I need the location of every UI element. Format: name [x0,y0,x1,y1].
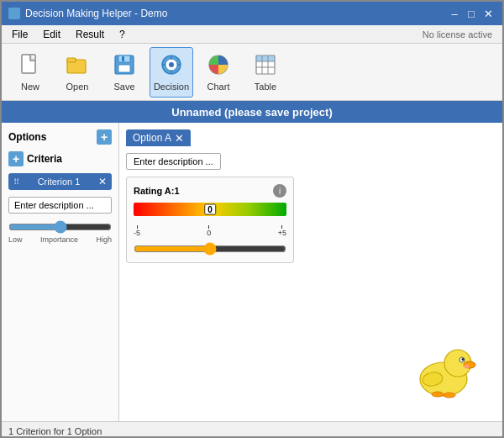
close-button[interactable]: ✕ [480,6,496,21]
status-text: 1 Criterion for 1 Option [8,426,102,436]
toolbar-open-button[interactable]: Open [55,47,99,98]
project-title: Unnamed (please save project) [171,106,332,119]
menu-help[interactable]: ? [113,27,132,42]
toolbar-chart-button[interactable]: Chart [197,47,240,98]
left-panel: Options + + Criteria ⠿ Criterion 1 ✕ Ent… [2,123,119,421]
criterion-description-button[interactable]: Enter description ... [8,197,112,214]
toolbar-open-label: Open [66,82,89,92]
importance-low-label: Low [8,235,23,244]
toolbar-save-button[interactable]: Save [102,47,146,98]
color-bar: 0 [134,203,286,216]
tick-min-label: -5 [134,229,140,237]
drag-handle-icon[interactable]: ⠿ [13,177,19,187]
criteria-header: + Criteria [8,151,112,166]
menu-result[interactable]: Result [69,27,111,42]
importance-center-label: Importance [40,235,78,244]
menu-bar: File Edit Result ? No license active [2,25,502,44]
criterion-card: ⠿ Criterion 1 ✕ [8,173,112,190]
menu-file[interactable]: File [5,27,34,42]
criterion-close-button[interactable]: ✕ [98,177,107,187]
toolbar-new-label: New [21,82,39,92]
toolbar-table-label: Table [255,82,276,92]
svg-rect-2 [67,58,76,62]
mascot-area [402,329,486,404]
toolbar-decision-label: Decision [154,82,189,92]
license-status: No license active [423,29,499,40]
svg-point-28 [432,392,444,397]
add-option-button[interactable]: + [97,129,112,145]
decision-icon [160,53,183,80]
tick-max: +5 [278,225,286,237]
title-bar-controls: – □ ✕ [447,6,496,21]
open-icon [66,53,89,80]
save-icon [113,53,136,80]
mascot-duck-icon [406,333,481,400]
app-icon [8,8,20,19]
svg-point-27 [463,365,470,369]
option-a-tab: Option A ✕ [126,129,191,146]
tick-max-label: +5 [278,229,286,237]
main-content: Options + + Criteria ⠿ Criterion 1 ✕ Ent… [2,123,502,421]
options-header: Options + [8,129,112,145]
app-title: Decision Making Helper - Demo [25,8,167,19]
option-a-close-button[interactable]: ✕ [175,133,184,144]
toolbar: New Open Save [2,44,502,101]
importance-slider[interactable] [8,220,112,234]
svg-point-29 [444,393,455,398]
rating-area: Rating A:1 i 0 -5 0 [126,177,294,263]
importance-slider-area: Low Importance High [8,220,112,244]
tick-zero-label: 0 [207,229,211,237]
importance-high-label: High [96,235,112,244]
option-tabs: Option A ✕ [126,129,496,146]
svg-rect-0 [22,55,35,73]
status-bar: 1 Criterion for 1 Option [2,421,502,438]
option-a-label: Option A [133,132,171,144]
chart-icon [207,53,230,80]
maximize-button[interactable]: □ [464,6,479,21]
rating-slider[interactable] [134,242,286,256]
add-criteria-button[interactable]: + [8,151,24,166]
tick-zero: 0 [207,225,211,237]
rating-info-button[interactable]: i [273,184,286,198]
rating-value-marker: 0 [204,204,216,215]
rating-header: Rating A:1 i [134,184,286,198]
right-panel: Option A ✕ Enter description ... Rating … [119,123,502,421]
rating-label: Rating A:1 [134,186,180,196]
svg-point-25 [462,358,465,361]
menu-edit[interactable]: Edit [36,27,67,42]
option-description-button[interactable]: Enter description ... [126,153,221,170]
minimize-button[interactable]: – [447,6,462,21]
svg-point-13 [169,62,174,67]
project-title-bar: Unnamed (please save project) [2,101,502,123]
tick-min: -5 [134,225,140,237]
svg-rect-20 [256,55,275,61]
tick-row: -5 0 +5 [134,225,286,237]
svg-rect-5 [118,65,130,72]
table-icon [254,53,277,80]
importance-labels: Low Importance High [8,235,112,244]
criteria-label: Criteria [27,153,62,165]
criterion-name: Criterion 1 [38,177,81,187]
toolbar-save-label: Save [113,82,134,92]
color-bar-container: 0 [134,203,286,219]
title-bar-left: Decision Making Helper - Demo [8,8,167,19]
new-icon [18,53,42,80]
toolbar-chart-label: Chart [207,82,230,92]
title-bar: Decision Making Helper - Demo – □ ✕ [2,2,502,25]
toolbar-decision-button[interactable]: Decision [150,47,193,98]
options-label: Options [8,131,46,143]
toolbar-table-button[interactable]: Table [244,47,287,98]
toolbar-new-button[interactable]: New [8,47,52,98]
svg-rect-6 [122,56,124,61]
